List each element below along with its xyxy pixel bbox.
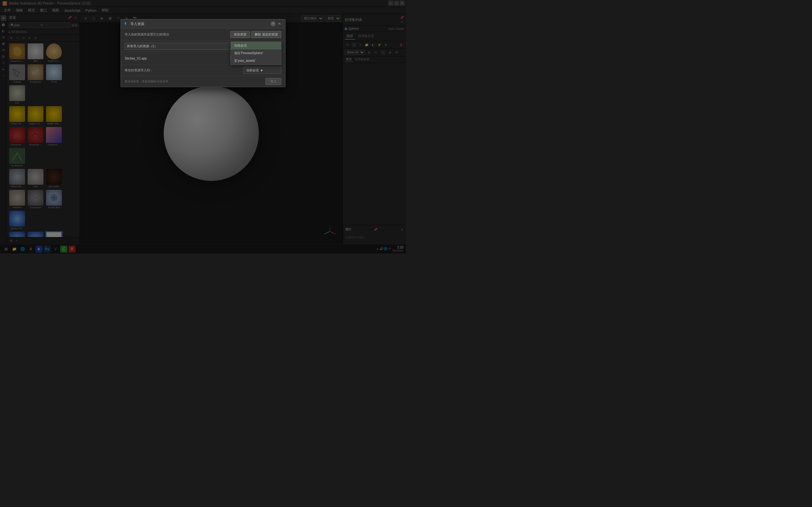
dest-selected-label: 当前会话	[246, 68, 259, 72]
add-resource-btn[interactable]: 添加资源	[230, 31, 250, 38]
import-dialog-help-btn[interactable]: ?	[270, 21, 275, 26]
import-bottom: 将你的资源导入到： 当前会话 ▼ 当前会话 项目'PreviewSphere' …	[121, 65, 285, 76]
import-desc-label: 导入你的资源并设置它们的用法	[125, 32, 169, 37]
import-dialog-close-btn[interactable]: ✕	[277, 21, 282, 26]
dest-dropdown-arrow-icon: ▼	[260, 69, 263, 72]
import-action-buttons: 添加资源 删除 选定的资源	[230, 31, 281, 38]
import-submit-btn[interactable]: 导入	[265, 78, 281, 85]
import-dialog-icon: ⬆	[124, 21, 129, 26]
dest-option-current-session[interactable]: 当前会话	[231, 42, 281, 49]
dest-option-your-assets[interactable]: 至'your_assets'	[231, 57, 281, 65]
import-dialog: ⬆ 导入资源 ? ✕ 导入你的资源并设置它们的用法 添加资源 删除 选定的资源 …	[120, 19, 286, 87]
import-footer-hint: 要添加新章，请参阅编辑/设置菜单	[125, 79, 168, 83]
delete-resource-btn[interactable]: 删除 选定的资源	[251, 31, 281, 38]
import-dialog-title: 导入资源	[131, 21, 270, 26]
dest-dropdown-container: 当前会话 ▼ 当前会话 项目'PreviewSphere' 至'your_ass…	[243, 67, 281, 74]
import-filename: Stiches_V1.spp	[125, 57, 228, 60]
import-footer: 要添加新章，请参阅编辑/设置菜单 导入	[121, 76, 285, 87]
dest-dropdown-menu: 当前会话 项目'PreviewSphere' 至'your_assets'	[231, 42, 281, 65]
modal-overlay: ⬆ 导入资源 ? ✕ 导入你的资源并设置它们的用法 添加资源 删除 选定的资源 …	[0, 0, 406, 253]
import-all-label: 所有导入的资源（1）	[127, 44, 157, 49]
import-dest-label: 将你的资源导入到：	[125, 68, 153, 72]
import-dialog-header: ⬆ 导入资源 ? ✕	[121, 19, 285, 29]
dest-option-project[interactable]: 项目'PreviewSphere'	[231, 49, 281, 57]
import-dialog-desc: 导入你的资源并设置它们的用法 添加资源 删除 选定的资源	[121, 29, 285, 41]
dest-dropdown[interactable]: 当前会话 ▼	[243, 67, 281, 74]
